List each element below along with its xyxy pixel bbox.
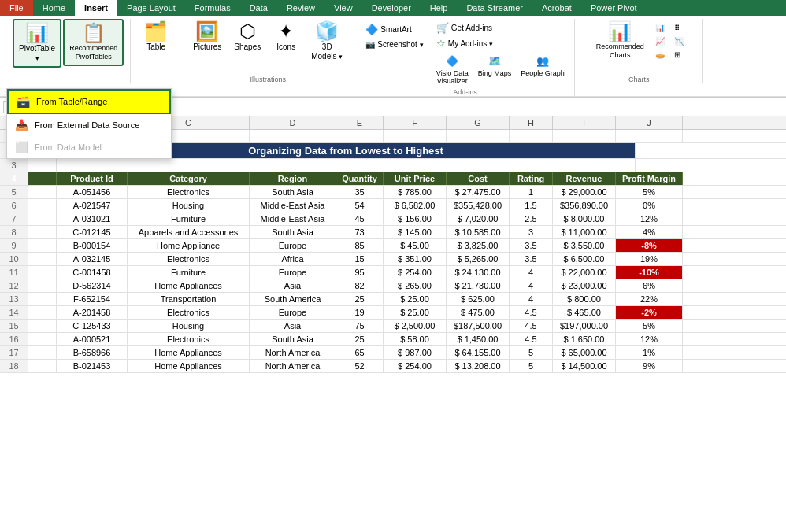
tab-view[interactable]: View [324, 0, 362, 16]
cell-rating-row9[interactable]: 3.5 [510, 239, 553, 252]
col-header-g[interactable]: G [447, 116, 510, 129]
my-addins-button[interactable]: ☆ My Add-ins ▾ [433, 36, 568, 51]
cell-rating-row7[interactable]: 2.5 [510, 212, 553, 225]
header-product-id[interactable]: Product Id [57, 172, 128, 185]
cell-product-id-row6[interactable]: A-021547 [57, 199, 128, 212]
cell-category-row18[interactable]: Home Appliances [128, 360, 250, 372]
cell-rating-row11[interactable]: 4 [510, 266, 553, 279]
cell-rating-row16[interactable]: 4.5 [510, 333, 553, 345]
cell-product-id-row5[interactable]: A-051456 [57, 186, 128, 198]
col-header-h[interactable]: H [510, 116, 553, 129]
tab-acrobat[interactable]: Acrobat [532, 0, 581, 16]
cell-product-id-row11[interactable]: C-001458 [57, 266, 128, 279]
cell-unit-price-row5[interactable]: $ 785.00 [384, 186, 447, 198]
table-button[interactable]: 🗂️ Table [139, 19, 173, 55]
cell-cost-row6[interactable]: $355,428.00 [447, 199, 510, 212]
tab-power-pivot[interactable]: Power Pivot [581, 0, 647, 16]
get-addins-button[interactable]: 🛒 Get Add-ins [433, 20, 568, 35]
cell-profit-row11[interactable]: -10% [616, 266, 683, 279]
cell-category-row17[interactable]: Home Appliances [128, 346, 250, 359]
cell-cost-row5[interactable]: $ 27,475.00 [447, 186, 510, 198]
people-graph-button[interactable]: 👥 People Graph [517, 54, 568, 87]
cell-category-row10[interactable]: Electronics [128, 253, 250, 265]
cell-region-row12[interactable]: Asia [250, 279, 336, 292]
cell-a11[interactable] [28, 266, 57, 279]
cell-region-row6[interactable]: Middle-East Asia [250, 199, 336, 212]
cell-product-id-row13[interactable]: F-652154 [57, 293, 128, 305]
cell-unit-price-row13[interactable]: $ 25.00 [384, 293, 447, 305]
cell-unit-price-row17[interactable]: $ 987.00 [384, 346, 447, 359]
cell-a5[interactable] [28, 186, 57, 198]
tab-data-streamer[interactable]: Data Streamer [457, 0, 532, 16]
cell-a14[interactable] [28, 306, 57, 319]
cell-product-id-row9[interactable]: B-000154 [57, 239, 128, 252]
cell-cost-row18[interactable]: $ 13,208.00 [447, 360, 510, 372]
cell-region-row17[interactable]: North America [250, 346, 336, 359]
cell-unit-price-row12[interactable]: $ 265.00 [384, 279, 447, 292]
tab-developer[interactable]: Developer [362, 0, 421, 16]
cell-revenue-row10[interactable]: $ 6,500.00 [553, 253, 616, 265]
cell-a10[interactable] [28, 253, 57, 265]
cell-quantity-row12[interactable]: 82 [336, 279, 384, 292]
cell-revenue-row16[interactable]: $ 1,650.00 [553, 333, 616, 345]
scatter-chart-button[interactable]: ⠿ [671, 22, 687, 34]
cell-profit-row5[interactable]: 5% [616, 186, 683, 198]
cell-region-row15[interactable]: Asia [250, 320, 336, 332]
cell-rating-row17[interactable]: 5 [510, 346, 553, 359]
cell-revenue-row9[interactable]: $ 3,550.00 [553, 239, 616, 252]
cell-profit-row10[interactable]: 19% [616, 253, 683, 265]
cell-product-id-row8[interactable]: C-012145 [57, 226, 128, 238]
cell-category-row14[interactable]: Electronics [128, 306, 250, 319]
cell-cost-row16[interactable]: $ 1,450.00 [447, 333, 510, 345]
cell-a17[interactable] [28, 346, 57, 359]
cell-rating-row6[interactable]: 1.5 [510, 199, 553, 212]
pie-chart-button[interactable]: 🥧 [652, 49, 668, 61]
cell-quantity-row18[interactable]: 52 [336, 360, 384, 372]
cell-region-row13[interactable]: South America [250, 293, 336, 305]
cell-e1[interactable] [336, 130, 384, 142]
cell-cost-row15[interactable]: $187,500.00 [447, 320, 510, 332]
cell-rating-row13[interactable]: 4 [510, 293, 553, 305]
cell-product-id-row17[interactable]: B-658966 [57, 346, 128, 359]
recommended-pivottables-button[interactable]: 📋 RecommendedPivotTables [63, 19, 124, 66]
cell-rating-row10[interactable]: 3.5 [510, 253, 553, 265]
visio-button[interactable]: 🔷 Visio DataVisualizer [433, 54, 472, 87]
header-region[interactable]: Region [250, 172, 336, 185]
cell-region-row10[interactable]: Africa [250, 253, 336, 265]
cell-unit-price-row18[interactable]: $ 254.00 [384, 360, 447, 372]
formula-input[interactable] [73, 102, 783, 112]
cell-profit-row9[interactable]: -8% [616, 239, 683, 252]
cell-a8[interactable] [28, 226, 57, 238]
cell-category-row5[interactable]: Electronics [128, 186, 250, 198]
tab-data[interactable]: Data [240, 0, 277, 16]
cell-unit-price-row10[interactable]: $ 351.00 [384, 253, 447, 265]
cell-profit-row13[interactable]: 22% [616, 293, 683, 305]
cell-profit-row16[interactable]: 12% [616, 333, 683, 345]
cell-quantity-row7[interactable]: 45 [336, 212, 384, 225]
cell-i1[interactable] [553, 130, 616, 142]
more-charts-button[interactable]: ⊞ [671, 49, 687, 61]
cell-profit-row6[interactable]: 0% [616, 199, 683, 212]
col-header-f[interactable]: F [384, 116, 447, 129]
cell-category-row16[interactable]: Electronics [128, 333, 250, 345]
cell-unit-price-row11[interactable]: $ 254.00 [384, 266, 447, 279]
cell-profit-row8[interactable]: 4% [616, 226, 683, 238]
col-header-j[interactable]: J [616, 116, 683, 129]
screenshot-button[interactable]: 📷 Screenshot ▾ [362, 39, 427, 50]
cell-profit-row12[interactable]: 6% [616, 279, 683, 292]
cell-cost-row8[interactable]: $ 10,585.00 [447, 226, 510, 238]
tab-review[interactable]: Review [277, 0, 324, 16]
cell-rating-row12[interactable]: 4 [510, 279, 553, 292]
cell-a6[interactable] [28, 199, 57, 212]
cell-revenue-row6[interactable]: $356,890.00 [553, 199, 616, 212]
header-cost[interactable]: Cost [447, 172, 510, 185]
cell-product-id-row18[interactable]: B-021453 [57, 360, 128, 372]
pivot-table-button[interactable]: 📊 PivotTable▾ [13, 19, 61, 68]
cell-revenue-row18[interactable]: $ 14,500.00 [553, 360, 616, 372]
cell-g1[interactable] [447, 130, 510, 142]
cell-quantity-row11[interactable]: 95 [336, 266, 384, 279]
3d-models-button[interactable]: 🧊 3DModels ▾ [306, 19, 347, 65]
recommended-charts-button[interactable]: 📊 RecommendedCharts [591, 19, 649, 63]
cell-quantity-row14[interactable]: 19 [336, 306, 384, 319]
cell-product-id-row7[interactable]: A-031021 [57, 212, 128, 225]
